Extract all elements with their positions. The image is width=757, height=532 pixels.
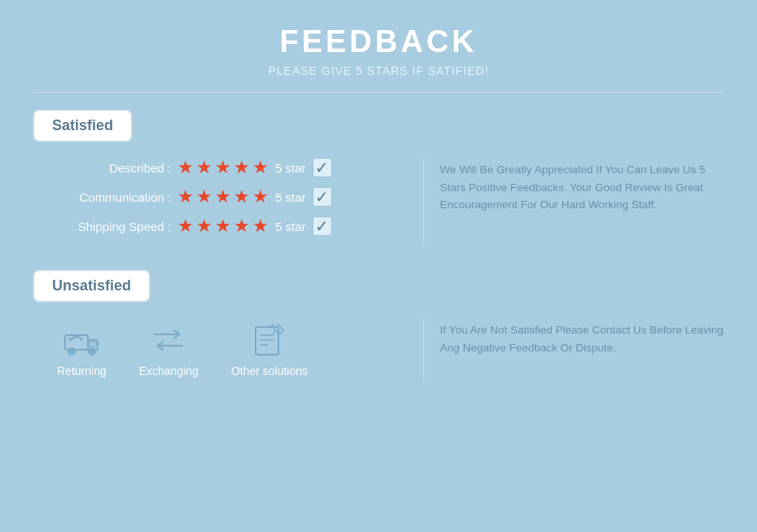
satisfied-label: Satisfied [33, 109, 133, 142]
unsatisfied-section: Unsatisfied [33, 269, 724, 382]
page: FEEDBACK PLEASE GIVE 5 STARS IF SATIFIED… [0, 0, 757, 532]
star-4: ★ [234, 186, 250, 207]
star-count-described: 5 star [275, 161, 306, 175]
options-block: Returning Exchanging [33, 317, 407, 377]
star-2: ★ [196, 157, 212, 178]
unsatisfied-description: If You Are Not Satisfied Please Contact … [440, 317, 724, 356]
page-title: FEEDBACK [33, 24, 724, 59]
option-other-solutions[interactable]: Other solutions [231, 321, 308, 377]
rating-label-described: Described : [41, 161, 171, 175]
ratings-block: Described : ★ ★ ★ ★ ★ 5 star ✓ Communica… [33, 157, 407, 245]
satisfied-content: Described : ★ ★ ★ ★ ★ 5 star ✓ Communica… [33, 157, 724, 245]
returning-label: Returning [57, 364, 107, 377]
rating-row-shipping: Shipping Speed : ★ ★ ★ ★ ★ 5 star ✓ [41, 216, 407, 237]
star-2: ★ [196, 186, 212, 207]
star-5: ★ [252, 216, 269, 237]
star-5: ★ [252, 186, 269, 207]
star-3: ★ [215, 157, 231, 178]
satisfied-section: Satisfied Described : ★ ★ ★ ★ ★ 5 star ✓ [33, 109, 724, 245]
other-solutions-icon [247, 321, 291, 358]
star-4: ★ [234, 157, 250, 178]
page-subtitle: PLEASE GIVE 5 STARS IF SATIFIED! [33, 64, 724, 77]
exchanging-label: Exchanging [139, 364, 199, 377]
svg-point-6 [91, 350, 94, 352]
unsatisfied-label: Unsatisfied [33, 269, 151, 303]
header: FEEDBACK PLEASE GIVE 5 STARS IF SATIFIED… [33, 24, 724, 77]
stars-shipping: ★ ★ ★ ★ ★ [177, 216, 269, 237]
star-count-communication: 5 star [275, 190, 306, 204]
star-3: ★ [215, 216, 231, 237]
rating-row-communication: Communication : ★ ★ ★ ★ ★ 5 star ✓ [41, 186, 407, 207]
header-divider [33, 92, 724, 93]
star-2: ★ [196, 216, 212, 237]
option-exchanging[interactable]: Exchanging [139, 321, 199, 377]
star-1: ★ [177, 216, 194, 237]
checkbox-shipping[interactable]: ✓ [313, 216, 332, 236]
rating-label-communication: Communication : [41, 190, 171, 204]
vertical-divider-unsatisfied [423, 317, 424, 382]
star-5: ★ [252, 157, 269, 178]
exchanging-icon [147, 321, 191, 358]
star-3: ★ [215, 186, 231, 207]
rating-row-described: Described : ★ ★ ★ ★ ★ 5 star ✓ [41, 157, 407, 178]
stars-communication: ★ ★ ★ ★ ★ [177, 186, 269, 207]
star-1: ★ [177, 186, 194, 207]
svg-line-14 [273, 330, 275, 334]
checkbox-described[interactable]: ✓ [313, 158, 332, 177]
svg-point-4 [71, 350, 73, 352]
unsatisfied-content: Returning Exchanging [33, 317, 724, 382]
returning-icon [59, 321, 104, 358]
star-4: ★ [234, 216, 250, 237]
star-1: ★ [177, 157, 194, 178]
stars-described: ★ ★ ★ ★ ★ [177, 157, 269, 178]
other-solutions-label: Other solutions [231, 364, 308, 377]
satisfied-description: We Will Be Greatly Appreciated If You Ca… [440, 157, 724, 214]
svg-rect-2 [90, 342, 96, 347]
rating-label-shipping: Shipping Speed : [41, 220, 171, 233]
option-returning[interactable]: Returning [57, 321, 107, 377]
checkbox-communication[interactable]: ✓ [313, 187, 332, 207]
star-count-shipping: 5 star [275, 220, 306, 233]
